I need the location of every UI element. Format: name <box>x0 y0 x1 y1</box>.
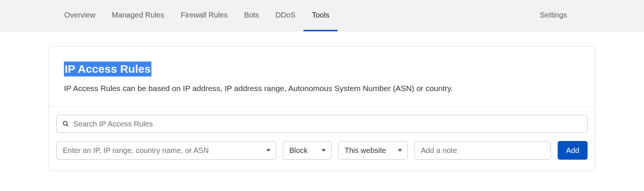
tab-settings[interactable]: Settings <box>532 0 588 31</box>
action-select[interactable]: Block <box>283 141 332 160</box>
card-body: Block This website Add <box>49 107 595 171</box>
add-rule-form: Block This website Add <box>56 141 588 160</box>
action-select-value: Block <box>283 146 331 155</box>
tab-ddos[interactable]: DDoS <box>267 0 303 31</box>
note-input[interactable] <box>415 141 551 159</box>
tabbar-spacer <box>338 0 532 31</box>
card-description: IP Access Rules can be based on IP addre… <box>64 84 580 93</box>
search-row <box>56 115 588 133</box>
search-icon <box>62 120 69 127</box>
svg-line-1 <box>67 125 68 126</box>
tab-overview[interactable]: Overview <box>56 0 104 31</box>
scope-select-value: This website <box>339 146 407 155</box>
tab-tools[interactable]: Tools <box>303 0 338 31</box>
ip-input[interactable] <box>57 141 276 159</box>
tabbar-left: Overview Managed Rules Firewall Rules Bo… <box>56 0 338 31</box>
firewall-tabbar: Overview Managed Rules Firewall Rules Bo… <box>0 0 644 31</box>
search-input[interactable] <box>56 115 588 133</box>
card-title: IP Access Rules <box>64 62 151 76</box>
ip-input-field[interactable] <box>56 141 276 160</box>
add-button[interactable]: Add <box>558 141 588 160</box>
scope-select[interactable]: This website <box>338 141 408 160</box>
tab-firewall-rules[interactable]: Firewall Rules <box>172 0 236 31</box>
content-wrap: IP Access Rules IP Access Rules can be b… <box>0 31 644 171</box>
ip-access-rules-card: IP Access Rules IP Access Rules can be b… <box>49 46 595 171</box>
note-input-field[interactable] <box>415 141 551 160</box>
svg-point-0 <box>63 121 67 125</box>
card-header: IP Access Rules IP Access Rules can be b… <box>49 47 595 106</box>
tab-managed-rules[interactable]: Managed Rules <box>104 0 172 31</box>
tab-bots[interactable]: Bots <box>236 0 267 31</box>
